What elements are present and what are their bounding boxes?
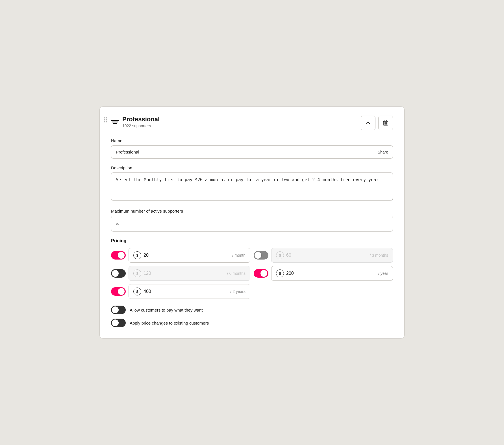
max-supporters-field-group: Maximum number of active supporters [111, 209, 393, 232]
pricing-section: Pricing $ / month [111, 238, 393, 299]
toggle-apply-price-changes[interactable] [111, 319, 126, 327]
price-period-monthly: / month [232, 253, 246, 258]
name-input[interactable] [116, 150, 378, 154]
description-field-group: Description Select the Monthly tier to p… [111, 165, 393, 202]
header-actions [361, 116, 393, 130]
max-supporters-input[interactable] [111, 216, 393, 232]
toggle-quarterly[interactable] [254, 251, 268, 260]
price-period-biannual: / 6 months [227, 271, 246, 276]
drag-handle[interactable] [104, 117, 107, 122]
dollar-icon-yearly: $ [276, 269, 284, 277]
price-input-biennial[interactable] [144, 289, 228, 294]
toggle-biannual[interactable] [111, 269, 126, 278]
toggle-monthly[interactable] [111, 251, 126, 260]
pricing-title: Pricing [111, 238, 393, 243]
move-up-button[interactable] [361, 116, 375, 130]
price-input-biannual[interactable] [144, 271, 225, 276]
price-field-biannual: $ / 6 months [129, 266, 250, 281]
option-pay-what-want-label: Allow customers to pay what they want [130, 308, 203, 312]
pricing-item-biennial: $ / 2 years [111, 284, 250, 299]
pricing-item-quarterly: $ / 3 months [254, 248, 393, 263]
toggle-options: Allow customers to pay what they want Ap… [111, 306, 393, 327]
price-field-biennial: $ / 2 years [129, 284, 250, 299]
name-field-group: Name Share [111, 138, 393, 159]
price-period-quarterly: / 3 months [370, 253, 388, 258]
option-pay-what-want: Allow customers to pay what they want [111, 306, 393, 314]
pricing-row-3: $ / 2 years [111, 284, 393, 299]
plan-title: Professional [122, 116, 160, 123]
toggle-biennial[interactable] [111, 287, 126, 296]
max-supporters-label: Maximum number of active supporters [111, 209, 393, 213]
header-left: Professional 1922 supporters [111, 116, 160, 128]
plan-subtitle: 1922 supporters [122, 124, 160, 128]
price-field-yearly: $ / year [271, 266, 393, 281]
description-input[interactable]: Select the Monthly tier to pay $20 a mon… [111, 172, 393, 201]
name-input-wrapper: Share [111, 145, 393, 159]
option-apply-price-changes-label: Apply price changes to existing customer… [130, 321, 209, 325]
price-field-monthly: $ / month [129, 248, 250, 263]
toggle-yearly[interactable] [254, 269, 268, 278]
header-title-group: Professional 1922 supporters [122, 116, 160, 128]
pricing-row-2: $ / 6 months $ / year [111, 266, 393, 281]
price-field-quarterly: $ / 3 months [271, 248, 393, 263]
dollar-icon-monthly: $ [133, 251, 141, 259]
dollar-icon-quarterly: $ [276, 251, 284, 259]
pricing-item-yearly: $ / year [254, 266, 393, 281]
price-period-biennial: / 2 years [230, 289, 246, 294]
price-period-yearly: / year [378, 271, 388, 276]
delete-button[interactable] [378, 116, 393, 130]
price-input-monthly[interactable] [144, 253, 230, 258]
option-apply-price-changes: Apply price changes to existing customer… [111, 319, 393, 327]
price-input-quarterly[interactable] [286, 253, 368, 258]
toggle-pay-what-want[interactable] [111, 306, 126, 314]
price-input-yearly[interactable] [286, 271, 376, 276]
description-label: Description [111, 165, 393, 170]
pricing-item-biannual: $ / 6 months [111, 266, 250, 281]
dollar-icon-biennial: $ [133, 288, 141, 295]
share-link[interactable]: Share [378, 150, 388, 154]
pricing-row-1: $ / month $ / 3 months [111, 248, 393, 263]
card-header: Professional 1922 supporters [111, 116, 393, 130]
layers-icon [111, 118, 119, 126]
plan-card: Professional 1922 supporters [99, 106, 405, 339]
dollar-icon-biannual: $ [133, 269, 141, 277]
name-label: Name [111, 138, 393, 143]
pricing-item-monthly: $ / month [111, 248, 250, 263]
